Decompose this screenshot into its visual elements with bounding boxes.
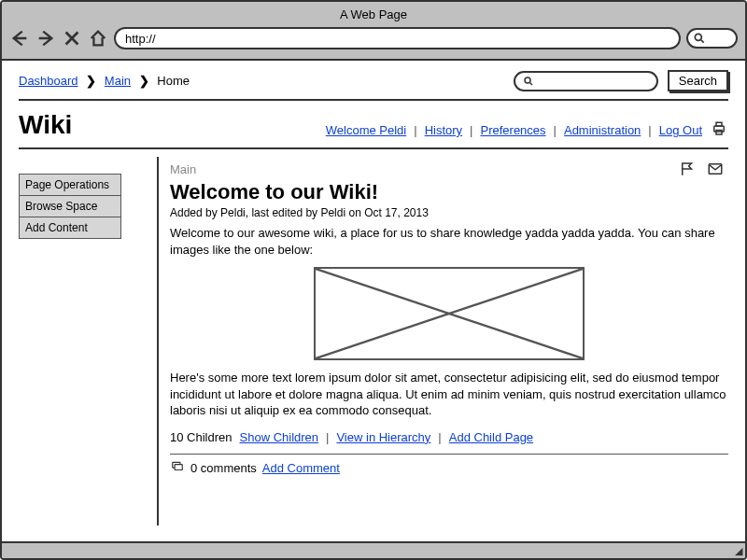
image-placeholder bbox=[314, 267, 585, 360]
browser-title: A Web Page bbox=[9, 6, 738, 27]
browser-search-pill[interactable] bbox=[686, 28, 738, 49]
top-bar: Dashboard ❯ Main ❯ Home Search bbox=[19, 70, 728, 101]
header-row: Wiki Welcome Peldi | History | Preferenc… bbox=[19, 101, 728, 149]
header-links: Welcome Peldi | History | Preferences | … bbox=[326, 120, 728, 140]
panel-top-icons bbox=[678, 161, 725, 180]
body-row: Page Operations Browse Space Add Content… bbox=[19, 157, 728, 525]
search-button[interactable]: Search bbox=[668, 70, 728, 91]
sidebar-item-page-operations[interactable]: Page Operations bbox=[19, 174, 121, 196]
print-icon[interactable] bbox=[710, 120, 728, 140]
chevron-right-icon: ❯ bbox=[86, 74, 96, 88]
chevron-right-icon: ❯ bbox=[139, 74, 149, 88]
svg-point-1 bbox=[525, 77, 530, 83]
status-bar: ◢ bbox=[2, 541, 745, 558]
sidebar-item-add-content[interactable]: Add Content bbox=[19, 217, 121, 239]
welcome-link[interactable]: Welcome Peldi bbox=[326, 123, 406, 137]
show-children-link[interactable]: Show Children bbox=[240, 430, 319, 444]
divider: | bbox=[554, 123, 557, 137]
breadcrumb-dashboard[interactable]: Dashboard bbox=[19, 74, 78, 88]
breadcrumb-current: Home bbox=[157, 74, 190, 88]
home-icon[interactable] bbox=[88, 28, 108, 49]
topbar-right: Search bbox=[514, 70, 728, 91]
second-paragraph: Here's some more text lorem ipsum dolor … bbox=[170, 370, 728, 419]
browser-toolbar: http:// bbox=[9, 27, 738, 55]
divider: | bbox=[470, 123, 472, 137]
forward-icon[interactable] bbox=[35, 28, 56, 49]
divider: | bbox=[414, 123, 416, 137]
divider-line bbox=[170, 454, 728, 455]
divider: | bbox=[648, 123, 651, 137]
view-hierarchy-link[interactable]: View in Hierarchy bbox=[336, 430, 430, 444]
mail-icon[interactable] bbox=[706, 161, 725, 180]
svg-point-0 bbox=[695, 34, 701, 40]
site-title: Wiki bbox=[19, 110, 72, 140]
byline: Added by Peldi, last edited by Peldi on … bbox=[170, 206, 728, 219]
add-comment-link[interactable]: Add Comment bbox=[262, 461, 340, 475]
svg-rect-3 bbox=[716, 122, 722, 126]
children-row: 10 Children Show Children | View in Hier… bbox=[170, 430, 728, 444]
history-link[interactable]: History bbox=[425, 123, 462, 137]
intro-paragraph: Welcome to our awesome wiki, a place for… bbox=[170, 225, 728, 258]
divider: | bbox=[438, 430, 441, 444]
main-panel: Main Welcome to our Wiki! Added by Peldi… bbox=[157, 157, 728, 525]
comment-icon bbox=[170, 460, 185, 476]
divider: | bbox=[326, 430, 329, 444]
resize-grip-icon[interactable]: ◢ bbox=[735, 545, 742, 557]
sidebar-item-browse-space[interactable]: Browse Space bbox=[19, 196, 121, 217]
sidebar: Page Operations Browse Space Add Content bbox=[19, 157, 149, 525]
browser-chrome: A Web Page http:// bbox=[2, 2, 745, 61]
stop-icon[interactable] bbox=[62, 28, 82, 49]
breadcrumb-main[interactable]: Main bbox=[105, 74, 131, 88]
add-child-page-link[interactable]: Add Child Page bbox=[449, 430, 533, 444]
flag-icon[interactable] bbox=[678, 161, 697, 180]
page-content: Dashboard ❯ Main ❯ Home Search Wiki Welc… bbox=[2, 61, 745, 537]
administration-link[interactable]: Administration bbox=[564, 123, 641, 137]
browser-window: A Web Page http:// Dashbo bbox=[0, 0, 747, 560]
space-name: Main bbox=[170, 162, 728, 176]
breadcrumb: Dashboard ❯ Main ❯ Home bbox=[19, 74, 190, 88]
comments-count: 0 comments bbox=[190, 461, 257, 475]
page-title: Welcome to our Wiki! bbox=[170, 180, 728, 204]
search-input[interactable] bbox=[514, 71, 658, 91]
children-count: 10 Children bbox=[170, 430, 233, 444]
back-icon[interactable] bbox=[9, 28, 30, 49]
logout-link[interactable]: Log Out bbox=[659, 123, 702, 137]
url-text: http:// bbox=[125, 32, 156, 46]
url-bar[interactable]: http:// bbox=[114, 27, 681, 49]
comments-row: 0 comments Add Comment bbox=[170, 460, 728, 476]
svg-rect-9 bbox=[175, 464, 182, 469]
preferences-link[interactable]: Preferences bbox=[480, 123, 545, 137]
